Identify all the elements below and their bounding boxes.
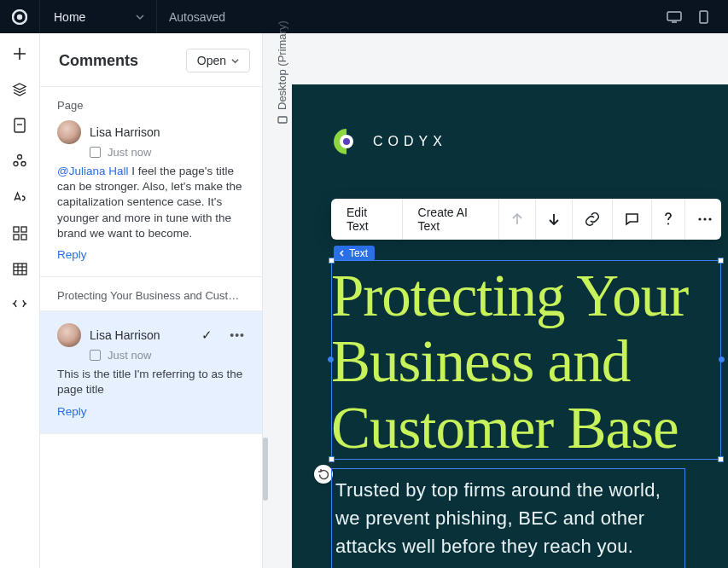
resolve-icon[interactable]: ✓ (201, 327, 213, 343)
resize-handle[interactable] (718, 258, 724, 264)
comment-body: This is the title I'm referring to as th… (57, 367, 245, 397)
comments-title: Comments (59, 52, 138, 70)
comment-author: Lisa Harrison (90, 125, 160, 139)
svg-point-24 (703, 217, 706, 220)
comment-icon[interactable] (613, 199, 652, 240)
svg-rect-14 (14, 264, 26, 275)
svg-point-7 (18, 155, 22, 159)
svg-rect-12 (14, 235, 19, 240)
comment-author: Lisa Harrison (90, 328, 160, 342)
revert-icon[interactable] (314, 465, 333, 484)
desktop-view-icon[interactable] (661, 4, 687, 30)
resolve-checkbox[interactable] (90, 350, 101, 361)
svg-point-9 (21, 162, 26, 166)
chevron-down-icon (231, 57, 239, 65)
resize-handle[interactable] (718, 456, 724, 462)
more-icon[interactable] (685, 199, 721, 240)
svg-rect-11 (21, 227, 26, 232)
mobile-view-icon[interactable] (690, 4, 716, 30)
svg-point-23 (698, 217, 701, 220)
chevron-down-icon (136, 10, 144, 24)
resolve-checkbox[interactable] (90, 147, 101, 158)
viewport-label[interactable]: Desktop (Primary) (276, 20, 288, 125)
arrow-down-icon[interactable] (536, 199, 573, 240)
help-icon[interactable] (652, 199, 685, 240)
table-icon[interactable] (11, 260, 28, 277)
grid-icon[interactable] (11, 224, 28, 241)
comment-thread[interactable]: Page Lisa Harrison Just now @Juliana Hal… (40, 87, 262, 277)
brand-name: CODYX (373, 134, 447, 149)
svg-point-1 (17, 14, 22, 19)
code-icon[interactable] (11, 296, 28, 313)
reply-button[interactable]: Reply (57, 248, 87, 261)
comments-panel: Comments Open Page Lisa Harrison Just no… (40, 33, 263, 568)
mention[interactable]: @Juliana Hall (57, 165, 129, 177)
thread-context: Protecting Your Business and Cust… (57, 289, 245, 302)
brand: CODYX (292, 84, 728, 156)
svg-rect-19 (278, 117, 287, 123)
svg-rect-4 (700, 11, 708, 23)
nav-home-dropdown[interactable]: Home (40, 0, 157, 33)
create-ai-text-button[interactable]: Create AI Text (403, 199, 499, 240)
save-status: Autosaved (157, 10, 225, 24)
filter-dropdown[interactable]: Open (186, 49, 250, 72)
svg-point-22 (667, 223, 669, 224)
thread-context: Page (57, 99, 245, 112)
link-icon[interactable] (573, 199, 613, 240)
text-toolbar: Edit Text Create AI Text (331, 199, 721, 240)
avatar (57, 120, 81, 144)
more-icon[interactable]: ••• (230, 328, 245, 342)
svg-rect-13 (21, 235, 26, 240)
comment-thread[interactable]: Protecting Your Business and Cust… (40, 277, 262, 311)
svg-rect-2 (667, 12, 681, 20)
comment-time: Just now (108, 146, 151, 159)
chevron-left-icon (339, 250, 346, 257)
svg-point-21 (343, 138, 350, 145)
comment-body: @Juliana Hall I feel the page's title ca… (57, 164, 245, 241)
layers-icon[interactable] (11, 81, 28, 98)
avatar (57, 323, 81, 347)
comment-time: Just now (108, 349, 151, 362)
page-icon[interactable] (11, 117, 28, 134)
resize-handle[interactable] (329, 258, 335, 264)
hero-subtitle-text[interactable]: Trusted by top firms around the world, w… (335, 476, 676, 560)
svg-point-8 (14, 162, 18, 166)
nav-home-label: Home (54, 10, 85, 24)
tool-rail (0, 33, 40, 568)
app-logo[interactable] (0, 0, 40, 33)
filter-label: Open (197, 54, 226, 67)
page-canvas[interactable]: CODYX Edit Text Create AI Text Text Prot… (292, 84, 728, 568)
comment-thread-selected[interactable]: Lisa Harrison ✓ ••• Just now This is the… (40, 311, 262, 433)
top-bar: Home Autosaved (0, 0, 728, 33)
svg-point-25 (708, 217, 711, 220)
reply-button[interactable]: Reply (57, 405, 87, 418)
circles-icon[interactable] (11, 153, 28, 170)
arrow-up-icon[interactable] (499, 199, 536, 240)
canvas-area: Desktop (Primary) CODYX Edit Text Create… (263, 33, 728, 568)
resize-handle[interactable] (719, 356, 725, 362)
scrollbar-thumb[interactable] (263, 438, 268, 501)
svg-rect-5 (15, 119, 25, 132)
selection-box[interactable] (331, 260, 721, 460)
brand-mark-icon (332, 127, 361, 156)
typography-icon[interactable] (11, 188, 28, 206)
svg-rect-10 (14, 227, 19, 232)
resize-handle[interactable] (328, 356, 334, 362)
add-icon[interactable] (11, 45, 28, 62)
selection-type-chip[interactable]: Text (334, 246, 375, 261)
resize-handle[interactable] (329, 456, 335, 462)
edit-text-button[interactable]: Edit Text (331, 199, 403, 240)
hero-subtitle-box[interactable]: Trusted by top firms around the world, w… (331, 468, 685, 568)
